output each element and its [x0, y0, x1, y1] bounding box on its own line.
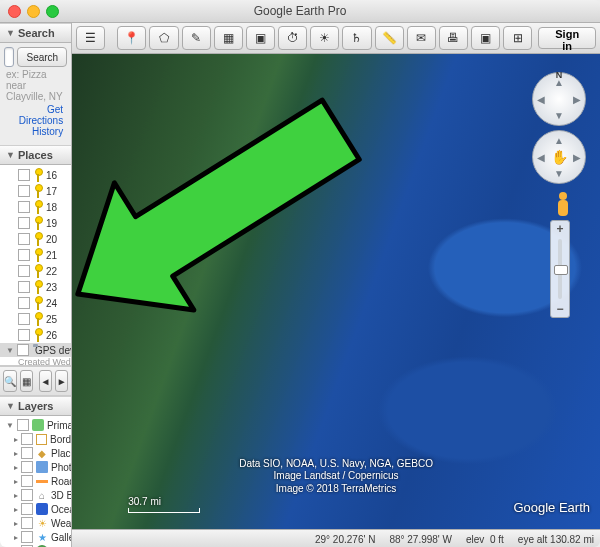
places-item[interactable]: 19 [0, 215, 71, 231]
places-item-label: 24 [46, 298, 57, 309]
sign-in-button[interactable]: Sign in [538, 27, 596, 49]
layers-root[interactable]: ▼Primary Database [0, 418, 71, 432]
checkbox-icon[interactable] [18, 265, 30, 277]
pan-down-icon[interactable]: ▼ [554, 168, 564, 179]
places-next-button[interactable]: ► [55, 370, 68, 392]
checkbox-icon[interactable] [17, 344, 29, 356]
places-item[interactable]: 24 [0, 295, 71, 311]
places-item[interactable]: 22 [0, 263, 71, 279]
zoom-in-button[interactable]: + [551, 221, 569, 237]
layer-label: Roads [51, 476, 71, 487]
pan-right-icon[interactable]: ▶ [573, 152, 581, 163]
places-prev-button[interactable]: ◄ [39, 370, 52, 392]
checkbox-icon[interactable] [18, 233, 30, 245]
checkbox-icon[interactable] [21, 447, 33, 459]
add-path-button[interactable]: ✎ [182, 26, 211, 50]
record-tour-button[interactable]: ▣ [246, 26, 275, 50]
pan-control[interactable]: ✋ ▲ ▼ ▶ ◀ [532, 130, 586, 184]
layer-icon [36, 434, 47, 445]
look-down-icon[interactable]: ▼ [554, 110, 564, 121]
checkbox-icon[interactable] [21, 503, 33, 515]
add-placemark-button[interactable]: 📍 [117, 26, 146, 50]
checkbox-icon[interactable] [18, 281, 30, 293]
places-item-label: 16 [46, 170, 57, 181]
planet-button[interactable]: ♄ [342, 26, 371, 50]
checkbox-icon[interactable] [17, 419, 29, 431]
checkbox-icon[interactable] [21, 489, 33, 501]
layer-item[interactable]: ▸Ocean [0, 502, 71, 516]
checkbox-icon[interactable] [18, 217, 30, 229]
print-button[interactable]: 🖶 [439, 26, 468, 50]
search-panel-header[interactable]: ▼ Search [0, 23, 71, 43]
view-in-maps-button[interactable]: ⊞ [503, 26, 532, 50]
ruler-button[interactable]: 📏 [375, 26, 404, 50]
email-button[interactable]: ✉ [407, 26, 436, 50]
status-bar: 29° 20.276' N 88° 27.998' W elev 0 ft ey… [72, 529, 600, 547]
hide-sidebar-button[interactable]: ☰ [76, 26, 105, 50]
look-up-icon[interactable]: ▲ [554, 77, 564, 88]
places-item[interactable]: 20 [0, 231, 71, 247]
checkbox-icon[interactable] [21, 475, 33, 487]
layer-item[interactable]: ▸◆Places [0, 446, 71, 460]
layer-item[interactable]: ▸☀Weather [0, 516, 71, 530]
minimize-icon[interactable] [27, 5, 40, 18]
gps-device-item[interactable]: ▼GPS device [0, 343, 71, 357]
search-header-label: Search [18, 27, 55, 39]
layers-panel-header[interactable]: ▼ Layers [0, 396, 71, 416]
checkbox-icon[interactable] [21, 433, 33, 445]
places-item[interactable]: 17 [0, 183, 71, 199]
places-item[interactable]: 25 [0, 311, 71, 327]
search-panel: Search ex: Pizza near Clayville, NY Get … [0, 43, 71, 145]
pushpin-icon [33, 296, 43, 310]
zoom-thumb[interactable] [554, 265, 568, 275]
map-area: ☰ 📍 ⬠ ✎ ▦ ▣ ⏱ ☀ ♄ 📏 ✉ 🖶 ▣ ⊞ Sign in [72, 23, 600, 547]
pegman-icon[interactable] [554, 192, 572, 218]
look-left-icon[interactable]: ◀ [537, 94, 545, 105]
layer-item[interactable]: ▸Borders and Labels [0, 432, 71, 446]
checkbox-icon[interactable] [18, 329, 30, 341]
layer-item[interactable]: ▸Roads [0, 474, 71, 488]
zoom-out-button[interactable]: − [551, 301, 569, 317]
save-image-button[interactable]: ▣ [471, 26, 500, 50]
checkbox-icon[interactable] [21, 517, 33, 529]
zoom-control: + − [550, 220, 570, 318]
places-item[interactable]: 21 [0, 247, 71, 263]
places-item[interactable]: 26 [0, 327, 71, 343]
layer-item[interactable]: ▸Photos [0, 460, 71, 474]
checkbox-icon[interactable] [21, 461, 33, 473]
pan-up-icon[interactable]: ▲ [554, 135, 564, 146]
get-directions-link[interactable]: Get Directions History [19, 104, 63, 137]
search-button[interactable]: Search [17, 47, 67, 67]
layer-item[interactable]: ▸⌂3D Buildings [0, 488, 71, 502]
search-input[interactable] [4, 47, 14, 67]
look-right-icon[interactable]: ▶ [573, 94, 581, 105]
layer-item[interactable]: ▸★Gallery [0, 530, 71, 544]
checkbox-icon[interactable] [18, 297, 30, 309]
places-search-button[interactable]: 🔍 [3, 370, 17, 392]
close-icon[interactable] [8, 5, 21, 18]
map-canvas[interactable]: N ▲ ▼ ▶ ◀ ✋ ▲ ▼ ▶ ◀ [72, 54, 600, 529]
satellite-imagery [72, 54, 600, 529]
add-polygon-button[interactable]: ⬠ [149, 26, 178, 50]
checkbox-icon[interactable] [18, 201, 30, 213]
pushpin-icon [33, 200, 43, 214]
places-item[interactable]: 23 [0, 279, 71, 295]
checkbox-icon[interactable] [18, 249, 30, 261]
places-item-label: 21 [46, 250, 57, 261]
compass-control[interactable]: N ▲ ▼ ▶ ◀ [532, 72, 586, 126]
places-item[interactable]: 16 [0, 167, 71, 183]
places-add-button[interactable]: ▦ [20, 370, 33, 392]
places-item[interactable]: 18 [0, 199, 71, 215]
zoom-window-icon[interactable] [46, 5, 59, 18]
places-panel-header[interactable]: ▼ Places [0, 145, 71, 165]
checkbox-icon[interactable] [18, 169, 30, 181]
pan-left-icon[interactable]: ◀ [537, 152, 545, 163]
checkbox-icon[interactable] [18, 313, 30, 325]
history-button[interactable]: ⏱ [278, 26, 307, 50]
pushpin-icon [33, 216, 43, 230]
checkbox-icon[interactable] [21, 531, 33, 543]
checkbox-icon[interactable] [18, 185, 30, 197]
zoom-slider[interactable] [558, 239, 562, 299]
sunlight-button[interactable]: ☀ [310, 26, 339, 50]
add-image-overlay-button[interactable]: ▦ [214, 26, 243, 50]
